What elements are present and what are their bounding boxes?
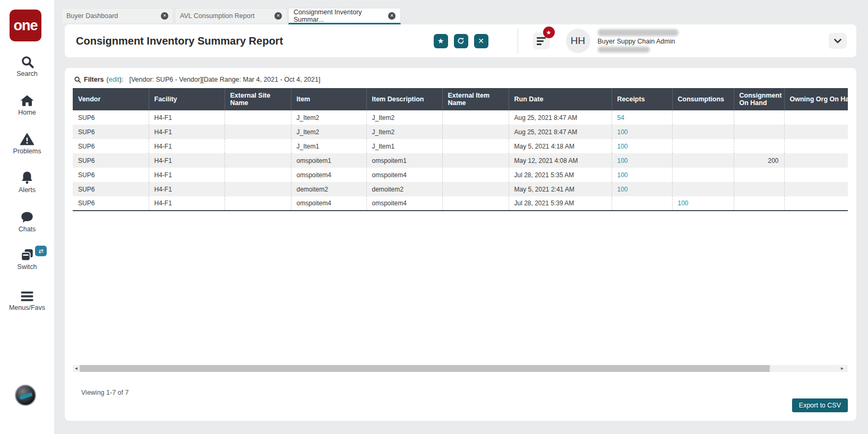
sidebar-item-label: Search [0, 70, 54, 77]
table-row[interactable]: SUP6H4-F1J_Item2J_Item2Aug 25, 2021 8:47… [73, 125, 848, 139]
cell-consignment_on_hand [734, 168, 784, 182]
cell-consignment_on_hand: 200 [734, 153, 784, 168]
cell-receipts[interactable]: 100 [612, 182, 672, 196]
cell-receipts[interactable]: 100 [612, 153, 672, 168]
cell-vendor: SUP6 [73, 110, 149, 125]
cell-consumptions [672, 182, 734, 196]
table-row[interactable]: SUP6H4-F1J_Item1J_Item1May 5, 2021 4:18 … [73, 139, 848, 153]
cell-item: demoitem2 [291, 182, 366, 196]
cell-run_date: May 5, 2021 4:18 AM [509, 139, 612, 153]
column-header-ext_item[interactable]: External Item Name [442, 88, 509, 110]
tab-avl-consumption-report[interactable]: AVL Consumption Report ✕ [175, 8, 287, 23]
header-divider [518, 28, 518, 54]
table-row[interactable]: SUP6H4-F1demoitem2demoitem2May 5, 2021 2… [73, 182, 848, 196]
user-avatar-image[interactable] [15, 385, 36, 406]
table-row[interactable]: SUP6H4-F1omspoitem1omspoitem1May 12, 202… [73, 153, 848, 168]
scroll-right-arrow[interactable]: ► [839, 365, 846, 372]
cell-owning_on_hand [784, 110, 848, 125]
sidebar-item-chats[interactable]: Chats [0, 210, 54, 233]
cell-item_desc: J_Item2 [366, 125, 442, 139]
cell-ext_item [442, 153, 509, 168]
cell-consignment_on_hand [734, 182, 784, 196]
tab-close-icon[interactable]: ✕ [388, 12, 396, 20]
filters-label: Filters [84, 76, 104, 83]
cell-consumptions[interactable]: 100 [672, 196, 734, 211]
column-header-receipts[interactable]: Receipts [612, 88, 672, 110]
cell-owning_on_hand [784, 196, 848, 211]
tab-consignment-inventory-summary[interactable]: Consignment Inventory Summar... ✕ [288, 8, 401, 24]
cell-receipts[interactable]: 100 [612, 139, 672, 153]
cell-item: J_Item2 [291, 110, 366, 125]
cell-run_date: Jul 28, 2021 5:35 AM [509, 168, 612, 182]
tab-label: AVL Consumption Report [180, 12, 254, 20]
filters-search-icon [74, 76, 81, 83]
cell-run_date: Aug 25, 2021 8:47 AM [509, 125, 612, 139]
horizontal-scrollbar[interactable]: ◄ ► [73, 365, 848, 372]
table-row[interactable]: SUP6H4-F1omspoitem4omspoitem4Jul 28, 202… [73, 168, 848, 182]
table-row[interactable]: SUP6H4-F1omspoitem4omspoitem4Jul 28, 202… [73, 196, 848, 211]
cell-item_desc: omspoitem4 [366, 168, 442, 182]
cell-item: omspoitem4 [291, 196, 366, 211]
export-to-csv-button[interactable]: Export to CSV [792, 398, 848, 412]
one-network-logo[interactable]: one [10, 10, 41, 41]
notifications-menu-button[interactable]: ★ [533, 32, 550, 49]
cell-item: J_Item1 [291, 139, 366, 153]
report-header: Consignment Inventory Summary Report ★ ✕… [65, 24, 856, 57]
cell-run_date: May 12, 2021 4:08 AM [509, 153, 612, 168]
sidebar-item-problems[interactable]: Problems [0, 132, 54, 155]
cell-ext_item [442, 139, 509, 153]
sidebar-item-home[interactable]: Home [0, 93, 54, 116]
redacted-user-name [598, 29, 678, 36]
table-row[interactable]: SUP6H4-F1J_Item2J_Item2Aug 25, 2021 8:47… [73, 110, 848, 125]
cell-owning_on_hand [784, 153, 848, 168]
cell-facility: H4-F1 [149, 110, 225, 125]
column-header-item_desc[interactable]: Item Description [366, 88, 442, 110]
refresh-button[interactable] [454, 34, 468, 48]
cell-item_desc: J_Item1 [366, 139, 442, 153]
swap-arrows-icon[interactable]: ⇄ [35, 246, 47, 256]
column-header-owning_on_hand[interactable]: Owning Org On Hand [784, 88, 848, 110]
sidebar-item-alerts[interactable]: Alerts [0, 170, 54, 194]
switch-windows-icon [20, 248, 35, 262]
user-initials-avatar[interactable]: HH [566, 29, 590, 53]
column-header-item[interactable]: Item [291, 88, 366, 110]
user-info: Buyer Suppy Chain Admin [598, 29, 678, 53]
refresh-icon [457, 37, 465, 45]
cell-facility: H4-F1 [149, 196, 225, 211]
hamburger-icon [20, 290, 35, 303]
scroll-left-arrow[interactable]: ◄ [73, 365, 80, 372]
search-icon [20, 55, 35, 69]
sidebar-item-menus-favs[interactable]: Menus/Favs [0, 290, 54, 311]
cell-facility: H4-F1 [149, 153, 225, 168]
cell-vendor: SUP6 [73, 153, 149, 168]
cell-ext_site [225, 182, 291, 196]
column-header-consignment_on_hand[interactable]: Consignment On Hand [734, 88, 784, 110]
column-header-run_date[interactable]: Run Date [509, 88, 612, 110]
sidebar-item-switch[interactable]: ⇄ Switch [0, 248, 54, 271]
tab-buyer-dashboard[interactable]: Buyer Dashboard ✕ [61, 8, 174, 23]
user-menu-dropdown-button[interactable] [829, 33, 847, 49]
cell-facility: H4-F1 [149, 182, 225, 196]
cell-receipts[interactable]: 100 [612, 125, 672, 139]
filters-edit-group: (edit): [107, 76, 124, 83]
filters-edit-link[interactable]: edit [109, 76, 119, 83]
sidebar-item-search[interactable]: Search [0, 55, 54, 77]
tab-label: Consignment Inventory Summar... [294, 8, 388, 23]
tab-close-icon[interactable]: ✕ [161, 12, 168, 20]
column-header-vendor[interactable]: Vendor [73, 88, 149, 110]
column-header-facility[interactable]: Facility [149, 88, 225, 110]
close-report-button[interactable]: ✕ [474, 34, 488, 48]
cell-owning_on_hand [784, 125, 848, 139]
sidebar-item-label: Problems [0, 147, 54, 155]
scrollbar-thumb[interactable] [80, 365, 770, 372]
column-header-consumptions[interactable]: Consumptions [672, 88, 734, 110]
favorite-button[interactable]: ★ [434, 34, 448, 48]
cell-receipts[interactable]: 100 [612, 168, 672, 182]
sidebar-item-label: Alerts [0, 186, 54, 194]
cell-receipts[interactable]: 54 [612, 110, 672, 125]
cell-consignment_on_hand [734, 110, 784, 125]
close-icon: ✕ [478, 37, 484, 45]
tab-close-icon[interactable]: ✕ [274, 12, 282, 20]
column-header-ext_site[interactable]: External Site Name [225, 88, 291, 110]
cell-ext_item [442, 182, 509, 196]
